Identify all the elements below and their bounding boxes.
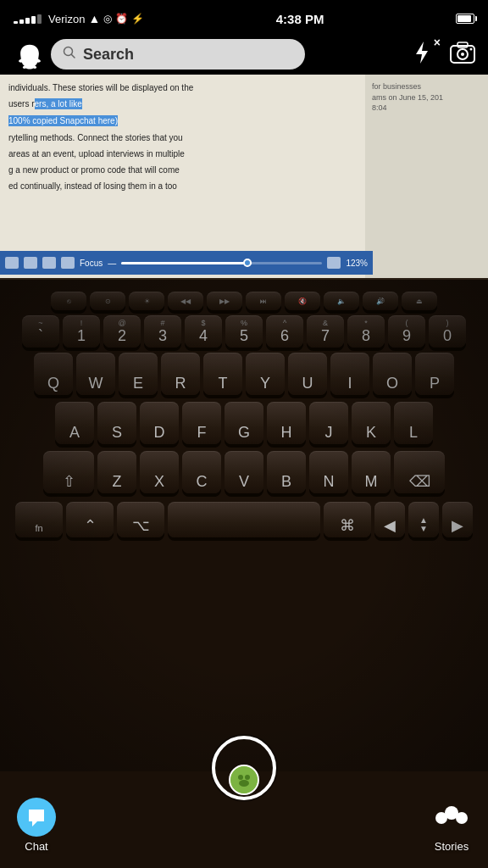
svg-point-14 — [456, 812, 468, 824]
key-backspace: ⌫ — [394, 451, 445, 493]
keyboard: ⎋ ⊙ ☀ ◀◀ ▶▶ ⏭ 🔇 🔈 🔊 ⏏ ~` !1 @2 #3 $4 %5 … — [0, 288, 488, 541]
key-k: K — [352, 402, 391, 444]
key-c: C — [182, 451, 221, 493]
key-1: !1 — [63, 315, 100, 348]
key-7: &7 — [307, 315, 344, 348]
doc-line3-highlight: 100% copied Snapchat here) — [8, 114, 364, 128]
toolbar-dash: — — [108, 259, 116, 268]
key-4: $4 — [185, 315, 222, 348]
top-right-icons: × — [408, 39, 476, 66]
toolbar-focus-label: Focus — [80, 259, 103, 268]
stories-label: Stories — [435, 840, 469, 853]
key-p: P — [415, 353, 454, 395]
fn-key-5: ▶▶ — [207, 292, 242, 310]
key-l: L — [394, 402, 433, 444]
key-f: F — [182, 402, 221, 444]
key-j: J — [309, 402, 348, 444]
key-cmd-right: ⌘ — [324, 502, 371, 537]
doc-line2: users rers, a lot like — [8, 97, 364, 110]
fn-key-6: ⏭ — [246, 292, 281, 310]
snapchat-logo-icon[interactable] — [15, 42, 44, 71]
key-right: ▶ — [442, 502, 473, 537]
qwerty-row: Q W E R T Y U I O P — [0, 351, 488, 397]
stories-nav-item[interactable]: Stories — [432, 798, 471, 853]
chat-bubble-icon — [17, 798, 56, 837]
chat-nav-item[interactable]: Chat — [17, 798, 56, 853]
fn-key-9: 🔊 — [363, 292, 398, 310]
key-fn2: fn — [15, 502, 63, 537]
key-t: T — [203, 353, 242, 395]
key-5: %5 — [225, 315, 263, 348]
search-label: Search — [83, 46, 134, 64]
key-6: ^6 — [266, 315, 303, 348]
key-e: E — [119, 353, 158, 395]
right-doc-line2: ams on June 15, 201 — [372, 92, 481, 103]
key-3: #3 — [144, 315, 181, 348]
flash-toggle-icon[interactable]: × — [408, 39, 435, 66]
toolbar-icon-1 — [5, 257, 19, 269]
fn-key-10: ⏏ — [402, 292, 437, 310]
doc-line5: areas at an event, upload interviews in … — [8, 147, 364, 160]
key-d: D — [140, 402, 179, 444]
key-ctrl: ⌃ — [66, 502, 114, 537]
key-2: @2 — [103, 315, 141, 348]
toolbar-icon-3 — [42, 257, 56, 269]
key-b: B — [267, 451, 306, 493]
right-document: for businesses ams on June 15, 201 8:04 — [365, 75, 488, 278]
key-r: R — [161, 353, 200, 395]
key-v: V — [225, 451, 263, 493]
svg-point-5 — [461, 53, 464, 56]
search-icon — [63, 46, 76, 63]
key-8: *8 — [347, 315, 385, 348]
svg-line-1 — [72, 55, 75, 58]
fn-key-7: 🔇 — [285, 292, 320, 310]
key-updown: ▲▼ — [408, 502, 439, 537]
doc-line1: individuals. These stories will be displ… — [8, 81, 364, 94]
fn-key-3: ☀ — [129, 292, 164, 310]
stories-icon — [432, 798, 471, 837]
fn-key-1: ⎋ — [51, 292, 86, 310]
key-y: Y — [246, 353, 285, 395]
chat-label: Chat — [25, 840, 47, 853]
right-doc-line3: 8:04 — [372, 103, 481, 114]
key-m: M — [352, 451, 391, 493]
key-i: I — [330, 353, 369, 395]
number-row: ~` !1 @2 #3 $4 %5 ^6 &7 *8 (9 )0 — [0, 314, 488, 349]
fn-key-2: ⊙ — [90, 292, 125, 310]
key-x: X — [140, 451, 179, 493]
key-9: (9 — [388, 315, 425, 348]
right-doc-line1: for businesses — [372, 81, 481, 92]
doc-line7: ed continually, instead of losing them i… — [8, 180, 364, 192]
zxcv-row: ⇧ Z X C V B N M ⌫ — [0, 449, 488, 495]
toolbar-icon-2 — [24, 257, 37, 269]
svg-marker-2 — [416, 42, 428, 64]
fn-key-4: ◀◀ — [168, 292, 203, 310]
camera-flip-icon[interactable] — [449, 41, 476, 64]
svg-point-7 — [470, 48, 473, 51]
key-left: ◀ — [374, 502, 405, 537]
key-alt: ⌥ — [117, 502, 164, 537]
asdf-row: A S D F G H J K L — [0, 400, 488, 446]
key-h: H — [267, 402, 306, 444]
fn-key-8: 🔈 — [324, 292, 359, 310]
key-space — [168, 502, 320, 537]
shutter-button[interactable] — [212, 736, 276, 800]
doc-line6: g a new product or promo code that will … — [8, 164, 364, 176]
key-a: A — [55, 402, 94, 444]
toolbar-zoom: 123% — [346, 259, 368, 268]
doc-line4: rytelling methods. Connect the stories t… — [8, 131, 364, 144]
space-row: fn ⌃ ⌥ ⌘ ◀ ▲▼ ▶ — [0, 500, 488, 539]
fn-row: ⎋ ⊙ ☀ ◀◀ ▶▶ ⏭ 🔇 🔈 🔊 ⏏ — [0, 290, 488, 312]
toolbar-slider — [121, 262, 322, 264]
word-toolbar: Focus — 123% — [0, 251, 373, 275]
key-o: O — [373, 353, 412, 395]
key-s: S — [97, 402, 136, 444]
key-g: G — [225, 402, 263, 444]
key-z: Z — [97, 451, 136, 493]
key-u: U — [288, 353, 327, 395]
toolbar-icon-4 — [61, 257, 75, 269]
key-q: Q — [34, 353, 73, 395]
search-bar[interactable]: Search — [51, 39, 305, 70]
key-shift: ⇧ — [43, 451, 94, 493]
snapchat-topbar: Search × — [0, 0, 488, 75]
